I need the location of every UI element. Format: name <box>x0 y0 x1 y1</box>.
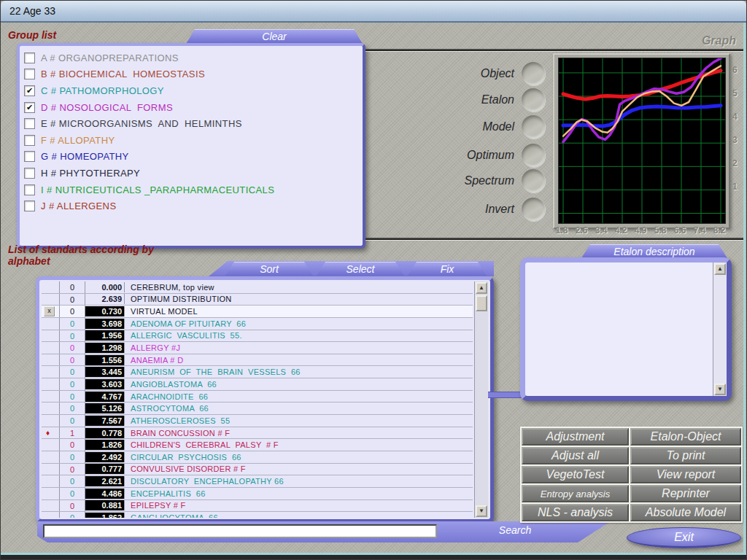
etalon-button[interactable] <box>522 88 545 112</box>
row-marker <box>42 378 60 390</box>
graph-toggle-label: Model <box>482 120 514 133</box>
row-value: 0.730 <box>85 306 125 316</box>
group-item-checkbox[interactable] <box>24 168 35 179</box>
group-item-label: C # PATHOMORPHOLOGY <box>41 85 164 96</box>
group-item[interactable]: ✔C # PATHOMORPHOLOGY <box>20 82 363 99</box>
search-bar: Search <box>37 521 611 542</box>
table-row[interactable]: 02.639OPTIMUM DISTRIBUTION <box>42 294 473 306</box>
etalon-scroll-down[interactable]: ▼ <box>714 384 726 395</box>
exit-button[interactable]: Exit <box>627 527 741 548</box>
object-button[interactable] <box>522 62 545 85</box>
select-tab[interactable]: Select <box>317 262 404 276</box>
row-marker <box>42 294 60 306</box>
group-item-checkbox[interactable]: ✔ <box>24 102 35 113</box>
graph-toggle-object: Object <box>406 62 545 85</box>
group-item-label: J # ALLERGENS <box>41 201 116 211</box>
table-row[interactable]: 00.881EPILEPSY # F <box>42 500 473 513</box>
group-item[interactable]: ✔D # NOSOLOGICAL FORMS <box>20 99 363 116</box>
row-marker <box>42 391 60 402</box>
group-item[interactable]: F # ALLOPATHY <box>20 132 363 149</box>
view-report-button[interactable]: View report <box>630 466 741 483</box>
spectrum-button[interactable] <box>522 169 545 192</box>
optimum-button[interactable] <box>522 144 545 167</box>
table-row[interactable]: 04.767ARACHNOIDITE 66 <box>42 391 473 403</box>
table-row[interactable]: 01.862GANGLIOCYTOMA 66 <box>42 512 473 518</box>
window-right-edge <box>743 23 746 554</box>
scroll-down-button[interactable]: ▼ <box>476 505 487 517</box>
table-row[interactable]: 05.126ASTROCYTOMA 66 <box>42 402 473 415</box>
entropy-analysis-button[interactable]: Entropy analysis <box>522 485 629 502</box>
table-row[interactable]: 02.492CIRCULAR PSYCHOSIS 66 <box>42 451 473 464</box>
fix-tab[interactable]: Fix <box>408 262 487 276</box>
adjustment-button[interactable]: Adjustment <box>522 428 629 446</box>
group-item-label: G # HOMEOPATHY <box>41 151 129 162</box>
to-print-button[interactable]: To print <box>630 447 741 464</box>
absolute-model-button[interactable]: Absolute Model <box>630 504 741 521</box>
table-row[interactable]: x00.730VIRTUAL MODEL <box>42 306 473 318</box>
invert-button[interactable] <box>522 198 545 221</box>
table-row[interactable]: 01.826CHILDREN'S CEREBRAL PALSY # F <box>42 439 473 451</box>
etalon-description-text[interactable] <box>525 262 712 396</box>
table-row[interactable]: 01.298ALLERGY #J <box>42 342 473 354</box>
row-name: CONVULSIVE DISORDER # F <box>125 464 246 473</box>
group-item-checkbox[interactable] <box>24 52 35 63</box>
search-input[interactable] <box>43 524 437 538</box>
graph-toggle-label: Invert <box>485 203 514 216</box>
graph-toggle-label: Spectrum <box>465 174 514 187</box>
clear-button[interactable]: Clear <box>186 29 363 44</box>
group-item-checkbox[interactable] <box>24 184 35 195</box>
group-item[interactable]: B # BIOCHEMICAL HOMEOSTASIS <box>20 66 363 83</box>
table-row[interactable]: 02.621DISCULATORY ENCEPHALOPATHY 66 <box>42 475 473 488</box>
scroll-up-button[interactable]: ▲ <box>476 282 487 294</box>
table-row[interactable]: 00.000CEREBRUM, top view <box>42 281 473 294</box>
group-item-checkbox[interactable] <box>24 135 35 146</box>
adjust-all-button[interactable]: Adjust all <box>522 447 629 464</box>
nls-analysis-button[interactable]: NLS - analysis <box>522 504 629 521</box>
row-value: 4.767 <box>85 392 125 402</box>
window-titlebar: 22 Age 33 <box>1 1 746 23</box>
etalon-object-button[interactable]: Etalon-Object <box>630 428 741 446</box>
group-item-checkbox[interactable] <box>24 201 35 211</box>
group-item[interactable]: G # HOMEOPATHY <box>20 149 363 166</box>
graph-toggle-optimum: Optimum <box>406 144 545 167</box>
table-row[interactable]: 07.567ATHEROSCLEROSES 55 <box>42 415 473 427</box>
group-item[interactable]: E # MICROORGANISMS AND HELMINTHS <box>20 115 363 132</box>
group-item[interactable]: H # PHYTOTHERAPY <box>20 165 363 182</box>
search-button[interactable]: Search <box>471 524 559 536</box>
group-item[interactable]: J # ALLERGENS <box>20 198 363 214</box>
group-item[interactable]: A # ORGANOPREPARATIONS <box>20 50 363 66</box>
table-row[interactable]: 04.486ENCEPHALITIS 66 <box>42 488 473 500</box>
table-row[interactable]: 03.698ADENOMA OF PITUITARY 66 <box>42 318 473 330</box>
vegetotest-button[interactable]: VegetoTest <box>522 466 629 483</box>
patient-info: 22 Age 33 <box>9 5 55 17</box>
row-marker <box>42 488 60 499</box>
table-row[interactable]: 01.556ANAEMIA # D <box>42 354 473 367</box>
group-item-label: B # BIOCHEMICAL HOMEOSTASIS <box>41 69 205 79</box>
group-item-checkbox[interactable] <box>24 118 35 129</box>
row-value: 0.778 <box>85 428 125 438</box>
group-item[interactable]: I # NUTRICEUTICALS _PARAPHARMACEUTICALS <box>20 182 363 198</box>
table-row[interactable]: 00.777CONVULSIVE DISORDER # F <box>42 464 473 476</box>
table-row[interactable]: ♦10.778BRAIN CONCUSSION # F <box>42 427 473 440</box>
table-row[interactable]: 03.603ANGIOBLASTOMA 66 <box>42 378 473 391</box>
row-count: 0 <box>60 306 85 317</box>
table-row[interactable]: 01.956ALLERGIC VASCULITIS 55. <box>42 330 473 343</box>
table-row[interactable]: 03.445ANEURISM OF THE BRAIN VESSELS 66 <box>42 366 473 378</box>
reprinter-button[interactable]: Reprinter <box>630 485 741 502</box>
scroll-thumb[interactable] <box>476 295 487 311</box>
graph-toggle-etalon: Etalon <box>406 88 545 112</box>
row-count: 0 <box>60 318 85 330</box>
sort-tab[interactable]: Sort <box>225 262 313 276</box>
graph-toggle-spectrum: Spectrum <box>406 169 545 192</box>
graph-frame <box>553 53 730 229</box>
etalon-scroll-up[interactable]: ▲ <box>714 263 726 275</box>
group-item-checkbox[interactable] <box>24 151 35 162</box>
row-count: 0 <box>60 354 85 366</box>
row-name: ASTROCYTOMA 66 <box>125 404 209 413</box>
model-button[interactable] <box>522 115 545 139</box>
group-item-checkbox[interactable] <box>24 69 35 79</box>
standards-rows: 00.000CEREBRUM, top view02.639OPTIMUM DI… <box>42 281 473 518</box>
group-item-checkbox[interactable]: ✔ <box>24 85 35 96</box>
sort-tab-label: Sort <box>260 263 279 275</box>
window-bottom-frame <box>1 555 747 560</box>
